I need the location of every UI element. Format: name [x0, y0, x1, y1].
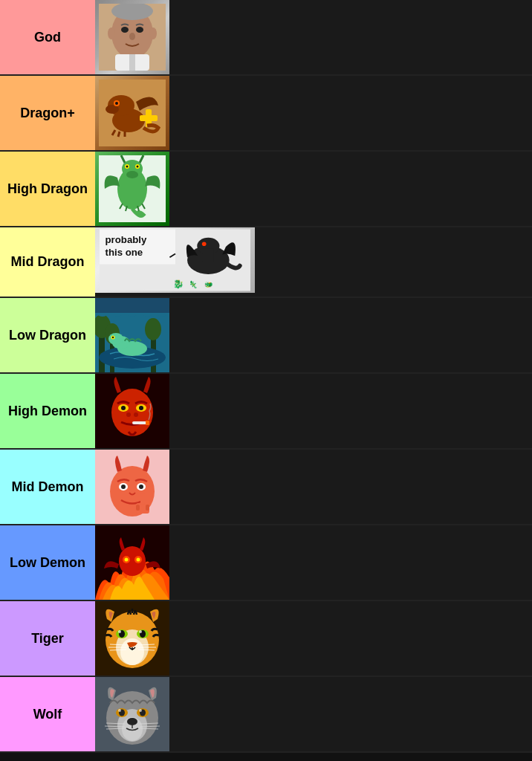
tier-row-mid-demon: Mid Demon [0, 450, 532, 525]
svg-rect-72 [146, 505, 149, 511]
tier-label-dragon-plus: Dragon+ [0, 76, 95, 150]
tier-row-god: God [0, 0, 532, 76]
svg-rect-34 [203, 249, 214, 262]
high-dragon-portrait [95, 152, 169, 226]
svg-point-98 [139, 709, 142, 712]
svg-point-88 [139, 630, 142, 633]
low-dragon-svg [95, 298, 169, 372]
tiger-portrait [95, 601, 169, 676]
tier-row-high-dragon: High Dragon [0, 152, 532, 227]
svg-point-23 [126, 171, 138, 178]
svg-point-25 [126, 166, 129, 168]
high-demon-svg [95, 374, 169, 448]
svg-point-77 [125, 558, 129, 562]
svg-point-58 [139, 406, 143, 410]
svg-text:🐲: 🐲 [204, 280, 213, 289]
dragon-plus-portrait [95, 76, 169, 150]
svg-point-49 [108, 333, 123, 345]
svg-rect-71 [136, 505, 140, 511]
tier-images-tiger [95, 601, 532, 676]
svg-point-3 [121, 27, 129, 33]
tier-images-mid-dragon: probably this one [95, 227, 532, 297]
tier-label-low-dragon: Low Dragon [0, 298, 95, 372]
wolf-portrait [95, 677, 169, 751]
tier-row-tiger: Tiger [0, 601, 532, 677]
tier-image-wolf-0 [95, 677, 169, 751]
svg-point-27 [137, 166, 139, 168]
svg-rect-52 [95, 298, 169, 313]
tier-images-high-dragon [95, 152, 532, 226]
svg-text:🐉: 🐉 [173, 279, 184, 289]
svg-point-99 [127, 718, 137, 725]
svg-text:this one: this one [106, 247, 143, 258]
svg-point-60 [134, 412, 138, 417]
low-demon-svg [95, 525, 169, 600]
tier-images-god [95, 0, 532, 74]
mid-dragon-portrait: probably this one [95, 227, 255, 293]
tier-images-wolf [95, 677, 532, 751]
tier-label-god: God [0, 0, 95, 74]
svg-rect-7 [129, 54, 135, 71]
tier-label-mid-demon: Mid Demon [0, 450, 95, 524]
tier-image-middemon-0 [95, 450, 169, 524]
wolf-svg [95, 677, 169, 751]
svg-point-5 [129, 33, 135, 40]
tier-image-lowdragon-0 [95, 298, 169, 372]
svg-point-8 [108, 27, 115, 39]
mid-dragon-svg: probably this one [100, 227, 250, 293]
tier-image-middragon-0: probably this one [95, 227, 255, 293]
mid-demon-portrait [95, 450, 169, 524]
tier-row-low-demon: Low Demon [0, 525, 532, 601]
tier-label-high-dragon: High Dragon [0, 152, 95, 226]
svg-point-67 [121, 485, 126, 489]
tier-image-tiger-0 [95, 601, 169, 676]
high-dragon-svg [99, 155, 166, 222]
god-portrait [95, 0, 169, 74]
tier-row-low-dragon: Low Dragon [0, 298, 532, 374]
tier-image-highdemon-0 [95, 374, 169, 448]
tier-row-dragon-plus: Dragon+ [0, 76, 532, 152]
svg-point-15 [115, 102, 118, 105]
tier-label-low-demon: Low Demon [0, 525, 95, 600]
svg-rect-70 [140, 493, 145, 505]
svg-point-54 [111, 389, 153, 436]
svg-point-35 [202, 242, 207, 246]
god-portrait-svg [99, 4, 166, 71]
tier-images-dragon-plus [95, 76, 532, 150]
tier-image-dragonplus-0 [95, 76, 169, 150]
tier-row-mid-dragon: Mid Dragon probably this one [0, 227, 532, 298]
svg-point-87 [118, 630, 121, 633]
tier-images-high-demon [95, 374, 532, 448]
svg-text:probably: probably [106, 234, 147, 245]
tier-row-wolf: Wolf [0, 677, 532, 753]
svg-point-45 [145, 318, 161, 340]
svg-rect-61 [132, 421, 147, 424]
svg-point-74 [119, 546, 146, 576]
tiger-svg [95, 601, 169, 676]
tier-row-high-demon: High Demon [0, 374, 532, 450]
tier-label-high-demon: High Demon [0, 374, 95, 448]
svg-point-9 [149, 27, 157, 39]
tier-images-mid-demon [95, 450, 532, 524]
svg-point-68 [139, 485, 143, 489]
svg-point-78 [137, 558, 140, 562]
svg-point-57 [121, 406, 126, 410]
low-demon-portrait [95, 525, 169, 600]
high-demon-portrait [95, 374, 169, 448]
tier-label-mid-dragon: Mid Dragon [0, 227, 95, 297]
svg-point-97 [118, 709, 121, 712]
tier-image-lowdemon-0 [95, 525, 169, 600]
svg-point-4 [136, 27, 143, 33]
tier-images-low-dragon [95, 298, 532, 372]
dragon-plus-svg [99, 80, 166, 146]
tier-label-wolf: Wolf [0, 677, 95, 751]
tier-images-low-demon [95, 525, 532, 600]
svg-rect-62 [146, 421, 149, 425]
tier-image-god-0 [95, 0, 169, 74]
tier-image-highdragon-0 [95, 152, 169, 226]
svg-point-51 [112, 337, 114, 338]
mid-demon-svg [95, 450, 169, 524]
svg-text:🦎: 🦎 [189, 280, 198, 289]
svg-point-59 [126, 412, 131, 417]
low-dragon-portrait [95, 298, 169, 372]
